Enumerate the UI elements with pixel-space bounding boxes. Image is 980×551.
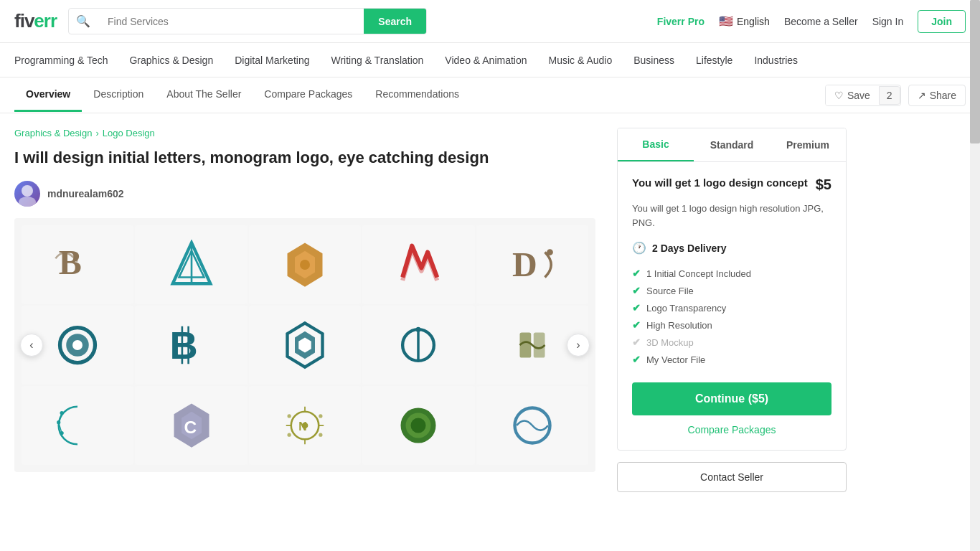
gallery-item-3 [249, 225, 361, 304]
save-count: 2 [879, 86, 900, 105]
pricing-header: You will get 1 logo design concept $5 [632, 176, 831, 193]
feature-item-4: ✔ High Resolution [632, 316, 831, 334]
feature-check-6: ✔ [632, 354, 641, 365]
feature-item-6: ✔ My Vector File [632, 351, 831, 368]
join-button[interactable]: Join [918, 10, 966, 33]
logo[interactable]: fiverr [14, 10, 57, 32]
nav-business[interactable]: Business [633, 44, 674, 76]
svg-point-40 [319, 414, 322, 418]
seller-avatar[interactable] [14, 181, 40, 207]
pricing-tab-standard[interactable]: Standard [694, 128, 770, 161]
package-description: You will get 1 logo design high resoluti… [632, 202, 831, 230]
nav-lifestyle[interactable]: Lifestyle [696, 44, 732, 76]
heart-icon: ♡ [834, 90, 844, 101]
sub-nav: Overview Description About The Seller Co… [0, 77, 980, 113]
gallery-item-8 [249, 306, 361, 385]
gallery-item-13: N [249, 386, 361, 465]
gallery-prev-button[interactable]: ‹ [20, 334, 43, 357]
feature-label-6: My Vector File [646, 354, 705, 365]
nav-video-animation[interactable]: Video & Animation [445, 44, 527, 76]
save-button[interactable]: ♡ Save [826, 85, 879, 105]
pricing-body: You will get 1 logo design concept $5 Yo… [618, 162, 846, 450]
contact-seller-button[interactable]: Contact Seller [617, 462, 847, 492]
feature-check-5: ✔ [632, 336, 641, 348]
svg-text:B: B [169, 324, 197, 367]
gallery-item-1: B [22, 225, 133, 304]
pricing-tabs: Basic Standard Premium [618, 128, 846, 162]
nav-industries[interactable]: Industries [754, 44, 798, 76]
svg-rect-24 [534, 332, 545, 357]
svg-text:D: D [512, 245, 537, 283]
gallery-item-7: B [135, 306, 247, 385]
gallery-next-button[interactable]: › [567, 334, 590, 357]
svg-point-42 [319, 433, 322, 436]
nav-music-audio[interactable]: Music & Audio [549, 44, 613, 76]
pricing-tab-basic[interactable]: Basic [618, 128, 694, 161]
continue-button[interactable]: Continue ($5) [632, 382, 831, 415]
tab-compare-packages[interactable]: Compare Packages [253, 78, 364, 112]
breadcrumb-parent[interactable]: Graphics & Design [14, 128, 92, 138]
gallery-item-11 [22, 386, 133, 465]
pricing-card: Basic Standard Premium You will get 1 lo… [617, 128, 847, 451]
fiverr-pro-link[interactable]: Fiverr Pro [657, 16, 705, 27]
svg-point-0 [22, 185, 33, 197]
gallery-item-4 [362, 225, 474, 304]
search-bar: 🔍 Search [68, 8, 427, 34]
become-seller-link[interactable]: Become a Seller [784, 16, 858, 27]
tab-recommendations[interactable]: Recommendations [364, 78, 471, 112]
gig-title: I will design initial letters, monogram … [14, 147, 595, 169]
flag-icon: 🇺🇸 [719, 14, 733, 28]
left-column: Graphics & Design › Logo Design I will d… [14, 128, 595, 492]
feature-item-5: ✔ 3D Mockup [632, 334, 831, 351]
svg-text:N: N [298, 420, 306, 433]
compare-packages-link[interactable]: Compare Packages [632, 424, 831, 435]
seller-name[interactable]: mdnurealam602 [47, 188, 124, 199]
save-label: Save [847, 90, 870, 101]
feature-label-5: 3D Mockup [646, 337, 694, 348]
svg-point-22 [416, 326, 421, 331]
scrollbar-thumb[interactable] [970, 0, 980, 143]
nav-graphics-design[interactable]: Graphics & Design [129, 44, 213, 76]
nav-programming-tech[interactable]: Programming & Tech [14, 44, 108, 76]
feature-check-2: ✔ [632, 285, 641, 296]
feature-check-4: ✔ [632, 319, 641, 331]
language-selector[interactable]: 🇺🇸 English [719, 14, 770, 28]
share-label: Share [930, 90, 956, 101]
breadcrumb: Graphics & Design › Logo Design [14, 128, 595, 138]
feature-check-3: ✔ [632, 302, 641, 314]
main-content: Graphics & Design › Logo Design I will d… [0, 113, 861, 507]
feature-check-1: ✔ [632, 268, 641, 279]
language-label: English [737, 16, 770, 27]
feature-label-2: Source File [646, 286, 694, 296]
image-gallery: ‹ B [14, 218, 595, 472]
package-title: You will get 1 logo design concept [632, 176, 816, 189]
delivery-label: 2 Days Delivery [652, 242, 727, 254]
gallery-item-5: D [476, 225, 588, 304]
share-button[interactable]: ↗ Share [908, 85, 966, 106]
header-right: Fiverr Pro 🇺🇸 English Become a Seller Si… [657, 10, 966, 33]
sign-in-link[interactable]: Sign In [872, 16, 904, 27]
svg-point-41 [287, 433, 291, 436]
tab-about-seller[interactable]: About The Seller [155, 78, 253, 112]
share-icon: ↗ [918, 90, 926, 101]
svg-text:C: C [184, 417, 197, 436]
package-price: $5 [816, 176, 831, 193]
svg-point-1 [19, 197, 36, 207]
feature-label-3: Logo Transparency [646, 303, 726, 314]
nav-writing-translation[interactable]: Writing & Translation [331, 44, 423, 76]
tab-description[interactable]: Description [82, 78, 155, 112]
nav-digital-marketing[interactable]: Digital Marketing [235, 44, 309, 76]
save-group: ♡ Save 2 [825, 85, 901, 106]
scrollbar[interactable] [970, 0, 980, 507]
tab-overview[interactable]: Overview [14, 78, 82, 112]
breadcrumb-current[interactable]: Logo Design [103, 128, 155, 138]
pricing-tab-premium[interactable]: Premium [770, 128, 846, 161]
svg-point-13 [72, 340, 83, 350]
feature-item-1: ✔ 1 Initial Concept Included [632, 265, 831, 282]
svg-point-8 [300, 260, 310, 270]
search-button[interactable]: Search [364, 9, 426, 34]
feature-item-2: ✔ Source File [632, 282, 831, 299]
gallery-item-15 [476, 386, 588, 465]
search-input[interactable] [98, 9, 364, 34]
gallery-item-2 [135, 225, 247, 304]
